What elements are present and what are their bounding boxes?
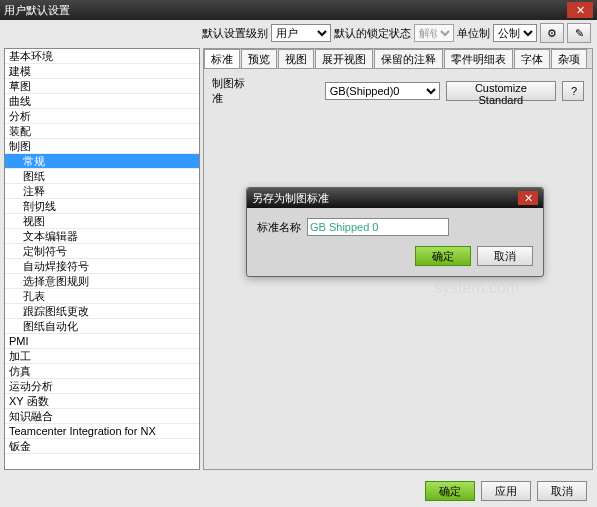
tool-icon-1[interactable]: ⚙ — [540, 23, 564, 43]
tree-item[interactable]: 制图 — [5, 139, 199, 154]
toolbar: 默认设置级别 用户 默认的锁定状态 解锁 单位制 公制 ⚙ ✎ — [0, 20, 597, 46]
tree-item[interactable]: Teamcenter Integration for NX — [5, 424, 199, 439]
apply-button[interactable]: 应用 — [481, 481, 531, 501]
close-icon[interactable]: ✕ — [567, 2, 593, 18]
tree-item[interactable]: 定制符号 — [5, 244, 199, 259]
tree-item[interactable]: 仿真 — [5, 364, 199, 379]
lock-label: 默认的锁定状态 — [334, 26, 411, 41]
tree-item[interactable]: 曲线 — [5, 94, 199, 109]
customize-standard-button[interactable]: Customize Standard — [446, 81, 556, 101]
tree-item[interactable]: 跟踪图纸更改 — [5, 304, 199, 319]
lock-select[interactable]: 解锁 — [414, 24, 454, 42]
tab[interactable]: 零件明细表 — [444, 49, 513, 68]
tool-icon-2[interactable]: ✎ — [567, 23, 591, 43]
save-as-dialog: 另存为制图标准 ✕ 标准名称 确定 取消 — [246, 187, 544, 277]
tree-item[interactable]: 自动焊接符号 — [5, 259, 199, 274]
dialog-close-icon[interactable]: ✕ — [518, 191, 538, 205]
window-title: 用户默认设置 — [4, 3, 567, 18]
dialog-title: 另存为制图标准 — [252, 191, 518, 206]
tab[interactable]: 标准 — [204, 49, 240, 68]
unit-select[interactable]: 公制 — [493, 24, 537, 42]
tree-item[interactable]: 知识融合 — [5, 409, 199, 424]
content-panel: 标准预览视图展开视图保留的注释零件明细表字体杂项 制图标准 GB(Shipped… — [203, 48, 593, 470]
level-label: 默认设置级别 — [202, 26, 268, 41]
tree-item[interactable]: 常规 — [5, 154, 199, 169]
tree-item[interactable]: 建模 — [5, 64, 199, 79]
dialog-cancel-button[interactable]: 取消 — [477, 246, 533, 266]
tab[interactable]: 杂项 — [551, 49, 587, 68]
watermark: system.com — [434, 279, 519, 297]
tree-item[interactable]: XY 函数 — [5, 394, 199, 409]
tree-item[interactable]: 草图 — [5, 79, 199, 94]
tab[interactable]: 预览 — [241, 49, 277, 68]
tree-item[interactable]: PMI — [5, 334, 199, 349]
tree-item[interactable]: 视图 — [5, 214, 199, 229]
param-label: 制图标准 — [212, 76, 253, 106]
name-input[interactable] — [307, 218, 449, 236]
category-tree[interactable]: 基本环境建模草图曲线分析装配制图常规图纸注释剖切线视图文本编辑器定制符号自动焊接… — [4, 48, 200, 470]
tree-item[interactable]: 孔表 — [5, 289, 199, 304]
level-select[interactable]: 用户 — [271, 24, 331, 42]
tree-item[interactable]: 装配 — [5, 124, 199, 139]
tree-item[interactable]: 注释 — [5, 184, 199, 199]
tab[interactable]: 字体 — [514, 49, 550, 68]
tree-item[interactable]: 选择意图规则 — [5, 274, 199, 289]
dialog-ok-button[interactable]: 确定 — [415, 246, 471, 266]
tree-item[interactable]: 基本环境 — [5, 49, 199, 64]
unit-label: 单位制 — [457, 26, 490, 41]
standard-select[interactable]: GB(Shipped)0 — [325, 82, 440, 100]
name-label: 标准名称 — [257, 220, 301, 235]
help-button[interactable]: ? — [562, 81, 584, 101]
ok-button[interactable]: 确定 — [425, 481, 475, 501]
tree-item[interactable]: 运动分析 — [5, 379, 199, 394]
tab[interactable]: 保留的注释 — [374, 49, 443, 68]
cancel-button[interactable]: 取消 — [537, 481, 587, 501]
tab[interactable]: 展开视图 — [315, 49, 373, 68]
tree-item[interactable]: 文本编辑器 — [5, 229, 199, 244]
tree-item[interactable]: 剖切线 — [5, 199, 199, 214]
tab-bar: 标准预览视图展开视图保留的注释零件明细表字体杂项 — [204, 49, 592, 69]
tree-item[interactable]: 加工 — [5, 349, 199, 364]
tree-item[interactable]: 分析 — [5, 109, 199, 124]
tree-item[interactable]: 图纸 — [5, 169, 199, 184]
tree-item[interactable]: 钣金 — [5, 439, 199, 454]
tab[interactable]: 视图 — [278, 49, 314, 68]
tree-item[interactable]: 图纸自动化 — [5, 319, 199, 334]
footer-buttons: 确定 应用 取消 — [425, 481, 587, 501]
